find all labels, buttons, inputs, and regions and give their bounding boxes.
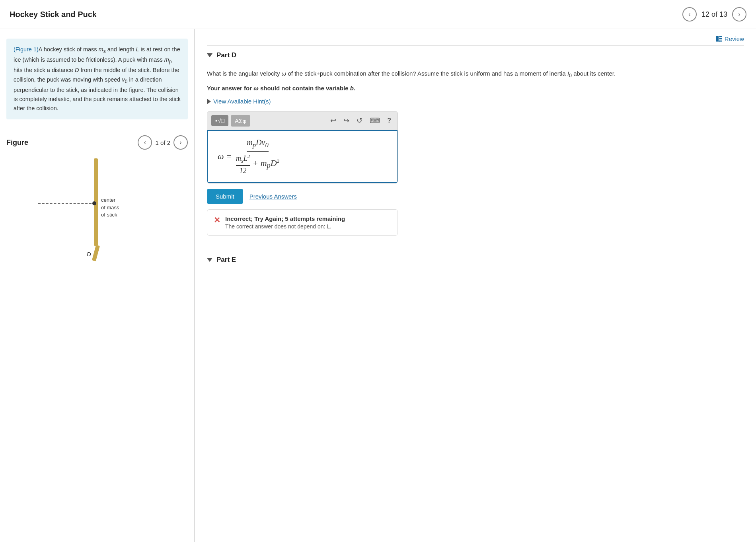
plus-sign: + mpD2 <box>252 158 279 170</box>
figure-next-icon: › <box>179 139 181 146</box>
den-expression: msL2 12 + mpD2 <box>236 153 279 175</box>
problem-description: (Figure 1)A hockey stick of mass ms and … <box>6 39 188 119</box>
hint-expand-icon <box>207 99 211 104</box>
right-panel: ▐▐ Review Part D What is the angular vel… <box>195 29 756 542</box>
figure-nav: ‹ 1 of 2 › <box>138 135 188 150</box>
chevron-left-icon: ‹ <box>688 11 690 18</box>
page-title: Hockey Stick and Puck <box>10 10 97 19</box>
figure-next-button[interactable]: › <box>173 135 188 150</box>
figure-link[interactable]: (Figure 1) <box>14 46 39 53</box>
part-d-content: What is the angular velocity ω of the st… <box>207 65 744 242</box>
bold-note: Your answer for ω should not contain the… <box>207 84 744 93</box>
keyboard-icon: ⌨ <box>370 117 380 125</box>
hint-label: View Available Hint(s) <box>213 98 271 105</box>
figure-prev-icon: ‹ <box>144 139 146 146</box>
figure-canvas: center of mass of stick D <box>22 154 188 266</box>
page-counter: 12 of 13 <box>701 10 727 19</box>
undo-button[interactable]: ↩ <box>328 115 339 127</box>
problem-text: A hockey stick of mass ms and length L i… <box>14 46 181 111</box>
fractions-icon: ▪ <box>215 117 217 124</box>
help-icon: ? <box>387 117 391 124</box>
center-label: center of mass of stick <box>101 197 119 218</box>
chevron-right-icon: › <box>738 11 740 18</box>
action-row: Submit Previous Answers <box>207 189 744 204</box>
error-box: ✕ Incorrect; Try Again; 5 attempts remai… <box>207 209 398 236</box>
error-icon: ✕ <box>214 215 220 225</box>
reset-button[interactable]: ↺ <box>354 115 365 127</box>
center-label-line3: of stick <box>101 211 119 218</box>
keyboard-button[interactable]: ⌨ <box>367 115 382 127</box>
math-editor: ▪ √□ ΑΣφ ↩ ↪ <box>207 111 398 183</box>
inner-numerator: msL2 <box>236 153 250 166</box>
figure-section: Figure ‹ 1 of 2 › center <box>0 129 194 272</box>
part-d-header[interactable]: Part D <box>207 45 744 65</box>
main-fraction: mpDv0 msL2 12 + mpD2 <box>236 138 279 175</box>
fractions-button[interactable]: ▪ √□ <box>211 115 228 126</box>
page-header: Hockey Stick and Puck ‹ 12 of 13 › <box>0 0 756 29</box>
question-text: What is the angular velocity ω of the st… <box>207 69 744 80</box>
next-page-button[interactable]: › <box>732 7 746 21</box>
error-title: Incorrect; Try Again; 5 attempts remaini… <box>225 215 345 222</box>
review-button[interactable]: ▐▐ Review <box>716 35 744 42</box>
math-toolbar: ▪ √□ ΑΣφ ↩ ↪ <box>207 111 397 130</box>
center-dashes-left <box>38 203 92 204</box>
redo-button[interactable]: ↪ <box>341 115 352 127</box>
previous-answers-button[interactable]: Previous Answers <box>249 193 297 200</box>
figure-header: Figure ‹ 1 of 2 › <box>6 135 188 150</box>
stick-blade <box>92 245 100 261</box>
part-d-section: Part D What is the angular velocity ω of… <box>207 45 744 242</box>
math-equation: ω = mpDv0 msL2 12 <box>218 138 279 175</box>
main-layout: (Figure 1)A hockey stick of mass ms and … <box>0 29 756 542</box>
header-nav: ‹ 12 of 13 › <box>682 7 746 21</box>
inner-denominator: 12 <box>240 166 247 175</box>
math-display[interactable]: ω = mpDv0 msL2 12 <box>207 130 397 183</box>
error-text-block: Incorrect; Try Again; 5 attempts remaini… <box>225 215 345 230</box>
part-e-header[interactable]: Part E <box>207 250 744 269</box>
review-icon: ▐▐ <box>716 36 722 42</box>
part-e-title: Part E <box>216 256 236 264</box>
frac-numerator: mpDv0 <box>247 138 268 152</box>
error-detail: The correct answer does not depend on: L… <box>225 223 345 230</box>
reset-icon: ↺ <box>357 117 362 125</box>
hint-link[interactable]: View Available Hint(s) <box>207 98 744 105</box>
symbols-label: ΑΣφ <box>235 117 246 124</box>
d-label: D <box>87 251 91 257</box>
figure-prev-button[interactable]: ‹ <box>138 135 152 150</box>
inner-fraction: msL2 12 <box>236 153 250 175</box>
submit-button[interactable]: Submit <box>207 189 243 204</box>
frac-denominator: msL2 12 + mpD2 <box>236 152 279 175</box>
left-panel: (Figure 1)A hockey stick of mass ms and … <box>0 29 195 542</box>
omega-symbol: ω = <box>218 151 232 162</box>
part-e-section: Part E <box>207 250 744 269</box>
review-label: Review <box>725 35 744 42</box>
redo-icon: ↪ <box>343 117 349 125</box>
figure-counter: 1 of 2 <box>155 139 170 146</box>
collapse-icon <box>207 53 212 57</box>
symbols-button[interactable]: ΑΣφ <box>231 115 250 127</box>
fractions-label: √□ <box>218 117 224 124</box>
help-button[interactable]: ? <box>385 115 394 126</box>
center-label-line1: center <box>101 197 119 204</box>
prev-page-button[interactable]: ‹ <box>682 7 697 21</box>
center-label-line2: of mass <box>101 204 119 211</box>
part-e-collapse-icon <box>207 258 212 262</box>
part-d-title: Part D <box>216 51 236 59</box>
review-area: ▐▐ Review <box>195 29 756 45</box>
figure-title: Figure <box>6 138 28 147</box>
undo-icon: ↩ <box>330 117 336 125</box>
